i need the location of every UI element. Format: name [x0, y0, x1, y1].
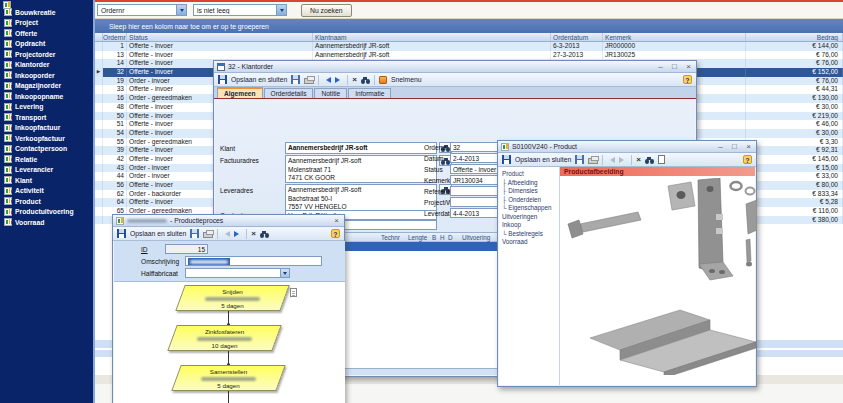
minimize-button[interactable]: –	[716, 142, 725, 151]
sidebar-item[interactable]: Inkoopopname	[0, 91, 93, 102]
save-copy-icon[interactable]	[575, 155, 584, 164]
tree-item[interactable]: ├ Onderdelen	[502, 196, 559, 205]
column-header-status[interactable]: Status	[127, 33, 313, 41]
tab-informatie[interactable]: Informatie	[348, 88, 391, 98]
chevron-down-icon[interactable]	[176, 5, 186, 15]
chevron-down-icon[interactable]	[280, 269, 289, 277]
grid-col-b[interactable]: B	[432, 233, 436, 242]
grid-col-lengte[interactable]: Lengte	[408, 233, 427, 242]
filter-operator-combobox[interactable]: is niet leeg	[193, 4, 287, 16]
product-titlebar[interactable]: S0100V240 - Product – □ ×	[498, 141, 756, 153]
binoculars-icon[interactable]	[260, 231, 269, 238]
sidebar-item[interactable]: Magazijnorder	[0, 81, 93, 92]
save-close-button[interactable]: Opslaan en sluiten	[130, 230, 186, 237]
save-icon[interactable]	[218, 75, 227, 84]
tab-algemeen[interactable]: Algemeen	[217, 87, 263, 98]
chevron-down-icon[interactable]	[276, 5, 286, 15]
tree-item[interactable]: Voorraad	[502, 238, 559, 247]
close-button[interactable]: ×	[332, 216, 341, 225]
sidebar-item[interactable]: Offerte	[0, 28, 93, 39]
column-header-klantnaam[interactable]: Klantnaam	[313, 33, 551, 41]
factuuradres-field[interactable]: Aannemersbedrijf JR-soft Molenstraat 71 …	[285, 155, 437, 183]
omschrijving-field[interactable]	[185, 256, 322, 266]
sidebar-item[interactable]: Transport	[0, 112, 93, 123]
sidebar-item[interactable]: Klantorder	[0, 60, 93, 71]
sidebar-item[interactable]: Activiteit	[0, 186, 93, 197]
grid-col-d[interactable]: D	[448, 233, 453, 242]
delete-icon[interactable]: ×	[352, 75, 357, 85]
copy-icon[interactable]	[658, 155, 665, 164]
sidebar-item[interactable]: Inkoopfactuur	[0, 123, 93, 134]
save-icon[interactable]	[502, 155, 511, 164]
filter-field-combobox[interactable]: Ordernr	[97, 4, 187, 16]
grid-col-h[interactable]: H	[440, 233, 445, 242]
leveradres-field[interactable]: Aannemersbedrijf JR-soft Bachstraat 50-I…	[285, 184, 437, 212]
column-header-ordernr[interactable]: Ordernr	[103, 33, 127, 41]
column-header-kenmerk[interactable]: Kenmerk	[603, 33, 746, 41]
save-copy-icon[interactable]	[190, 229, 199, 238]
sidebar-item[interactable]: Productuitvoering	[0, 207, 93, 218]
grid-col-technr[interactable]: Technr	[381, 233, 400, 242]
delete-icon[interactable]: ×	[251, 229, 256, 239]
tree-item[interactable]: └ Eigenschappen	[502, 204, 559, 213]
sidebar-item[interactable]: Projectorder	[0, 49, 93, 60]
sidebar-item[interactable]: Verkoopfactuur	[0, 133, 93, 144]
table-row[interactable]: 1 Offerte - invoer Aannemersbedrijf JR-s…	[95, 42, 843, 51]
table-row[interactable]: 13 Offerte - invoer Aannemersbedrijf JR-…	[95, 51, 843, 60]
save-close-button[interactable]: Opslaan en sluiten	[515, 156, 571, 163]
sidebar-item[interactable]: Product	[0, 196, 93, 207]
save-close-button[interactable]: Opslaan en sluiten	[231, 76, 287, 83]
previous-record-icon[interactable]	[323, 77, 331, 83]
tree-item[interactable]: ├ Dimensies	[502, 187, 559, 196]
document-icon[interactable]	[290, 288, 297, 297]
print-icon[interactable]	[203, 232, 213, 238]
previous-record-icon[interactable]	[222, 231, 230, 237]
sidebar-item[interactable]: Leverancier	[0, 165, 93, 176]
klantorder-titlebar[interactable]: 32 - Klantorder – □ ×	[214, 61, 696, 73]
halffabricaat-field[interactable]	[185, 268, 290, 278]
close-button[interactable]: ×	[684, 62, 693, 71]
productieproces-titlebar[interactable]: - Productieproces ×	[113, 215, 344, 227]
next-record-icon[interactable]	[234, 231, 242, 237]
group-by-bar[interactable]: Sleep hier een kolom naar toe om er op t…	[95, 19, 843, 33]
id-field[interactable]: 15	[165, 244, 208, 254]
sidebar-item[interactable]: Bouwkreatie	[0, 7, 93, 18]
sidebar-item[interactable]: Project	[0, 18, 93, 29]
column-header-orderdatum[interactable]: Orderdatum	[551, 33, 603, 41]
next-record-icon[interactable]	[619, 157, 627, 163]
next-record-icon[interactable]	[335, 77, 343, 83]
grid-col-uitvoering[interactable]: Uitvoering	[462, 233, 490, 242]
delete-icon[interactable]: ×	[636, 155, 641, 165]
tab-notitie[interactable]: Notitie	[314, 88, 347, 98]
print-icon[interactable]	[588, 158, 598, 164]
sidebar-item[interactable]: Contactpersoon	[0, 144, 93, 155]
search-now-button[interactable]: Nu zoeken	[301, 4, 352, 17]
snelmenu-button[interactable]: Snelmenu	[391, 76, 422, 83]
tree-item[interactable]: Product	[502, 170, 559, 179]
minimize-button[interactable]: –	[656, 62, 665, 71]
column-header-bedrag[interactable]: Bedrag	[746, 33, 843, 41]
tree-item[interactable]: Uitvoeringen	[502, 213, 559, 222]
print-icon[interactable]	[304, 78, 314, 84]
klant-field[interactable]: Aannemersbedrijf JR-soft	[285, 142, 437, 154]
help-icon[interactable]	[683, 75, 692, 84]
maximize-button[interactable]: □	[730, 142, 739, 151]
tab-orderdetails[interactable]: Orderdetails	[264, 88, 314, 98]
help-icon[interactable]	[743, 155, 752, 164]
sidebar-item[interactable]: Inkooporder	[0, 70, 93, 81]
tree-item[interactable]: Inkoop	[502, 221, 559, 230]
save-icon[interactable]	[117, 229, 126, 238]
binoculars-icon[interactable]	[361, 77, 370, 84]
help-icon[interactable]	[331, 229, 340, 238]
sidebar-item[interactable]: Levering	[0, 102, 93, 113]
save-copy-icon[interactable]	[291, 75, 300, 84]
tree-item[interactable]: ├ Afbeelding	[502, 179, 559, 188]
maximize-button[interactable]: □	[670, 62, 679, 71]
sidebar-item[interactable]: Relatie	[0, 154, 93, 165]
close-button[interactable]: ×	[744, 142, 753, 151]
previous-record-icon[interactable]	[607, 157, 615, 163]
sidebar-item[interactable]: Voorraad	[0, 217, 93, 228]
snelmenu-icon[interactable]	[379, 76, 387, 84]
sidebar-item[interactable]: Klant	[0, 175, 93, 186]
sidebar-item[interactable]: Opdracht	[0, 39, 93, 50]
